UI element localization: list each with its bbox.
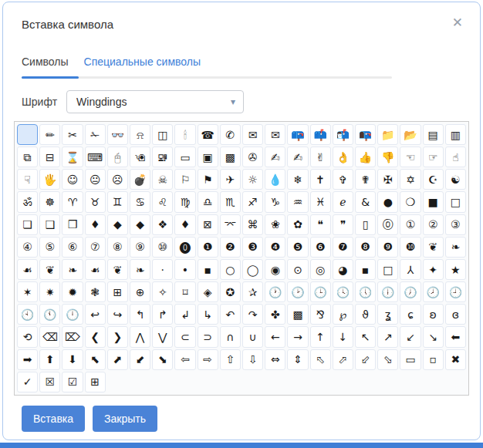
symbol-cell[interactable]: ✌ bbox=[310, 147, 331, 167]
symbol-cell[interactable]: ○ bbox=[220, 259, 241, 280]
symbol-cell[interactable]: • bbox=[174, 259, 195, 280]
symbol-cell[interactable]: ✉ bbox=[265, 124, 285, 145]
symbol-cell[interactable]: ▪ bbox=[198, 259, 218, 280]
symbol-cell[interactable]: □ bbox=[377, 259, 398, 280]
symbol-cell[interactable]: ❮ bbox=[85, 326, 106, 347]
symbol-cell[interactable]: ❺ bbox=[287, 237, 308, 258]
symbol-cell[interactable]: · bbox=[152, 259, 173, 280]
symbol-cell[interactable]: ✇ bbox=[242, 147, 263, 167]
symbol-cell[interactable]: ❿ bbox=[400, 237, 421, 258]
symbol-cell[interactable]: ✦ bbox=[423, 259, 444, 280]
symbol-cell[interactable]: ▣ bbox=[198, 147, 218, 167]
symbol-cell[interactable]: ✶ bbox=[17, 281, 38, 302]
symbol-cell[interactable]: ॐ bbox=[17, 191, 38, 212]
symbol-cell[interactable]: ✓ bbox=[17, 372, 38, 392]
symbol-cell[interactable]: ☺ bbox=[62, 169, 83, 190]
symbol-cell[interactable]: ▭ bbox=[174, 147, 195, 167]
symbol-cell[interactable]: ⌘ bbox=[242, 214, 263, 235]
symbol-cell[interactable]: 🕛 bbox=[62, 304, 83, 325]
symbol-cell[interactable]: ◫ bbox=[152, 124, 173, 145]
symbol-cell[interactable]: ❝ bbox=[310, 214, 331, 235]
symbol-cell[interactable]: ☸ bbox=[39, 191, 60, 212]
symbol-cell[interactable]: ☙ bbox=[85, 259, 106, 280]
symbol-cell[interactable]: ✪ bbox=[220, 281, 241, 302]
symbol-cell[interactable]: ⧉ bbox=[17, 147, 38, 167]
symbol-cell[interactable]: ↘ bbox=[423, 326, 444, 347]
symbol-cell[interactable]: ⊃ bbox=[198, 326, 218, 347]
symbol-cell[interactable]: ✡ bbox=[400, 169, 421, 190]
symbol-cell[interactable]: ↑ bbox=[310, 326, 331, 347]
symbol-cell[interactable]: ♉ bbox=[85, 191, 106, 212]
symbol-cell[interactable]: □ bbox=[445, 191, 466, 212]
symbol-cell[interactable]: → bbox=[287, 326, 308, 347]
symbol-cell[interactable]: ☪ bbox=[423, 169, 444, 190]
symbol-cell[interactable]: 👌 bbox=[333, 147, 353, 167]
symbol-cell[interactable]: ③ bbox=[445, 214, 466, 235]
symbol-cell[interactable]: ♑ bbox=[265, 191, 285, 212]
symbol-cell[interactable]: ⑥ bbox=[62, 237, 83, 258]
symbol-cell[interactable]: ④ bbox=[17, 237, 38, 258]
symbol-cell[interactable]: ⅄ bbox=[400, 259, 421, 280]
symbol-cell[interactable]: ɞ bbox=[445, 304, 466, 325]
symbol-cell[interactable]: ⇔ bbox=[265, 349, 285, 370]
symbol-cell[interactable]: ② bbox=[423, 214, 444, 235]
symbol-cell[interactable]: 🕔 bbox=[355, 281, 376, 302]
symbol-cell[interactable]: ⇧ bbox=[220, 349, 241, 370]
symbol-cell[interactable]: 📫 bbox=[310, 124, 331, 145]
symbol-cell[interactable]: ❼ bbox=[333, 237, 353, 258]
symbol-cell[interactable]: 🖐 bbox=[39, 169, 60, 190]
symbol-cell[interactable]: ↳ bbox=[198, 304, 218, 325]
symbol-cell[interactable]: ✏ bbox=[39, 124, 60, 145]
symbol-cell[interactable]: ⇕ bbox=[287, 349, 308, 370]
symbol-cell[interactable]: ♏ bbox=[220, 191, 241, 212]
symbol-cell[interactable]: ⊙ bbox=[287, 259, 308, 280]
symbol-cell[interactable]: ♌ bbox=[152, 191, 173, 212]
symbol-cell[interactable]: ❧ bbox=[62, 259, 83, 280]
symbol-cell[interactable]: ʓ bbox=[377, 304, 398, 325]
symbol-cell[interactable]: ☎ bbox=[198, 124, 218, 145]
symbol-cell[interactable]: ➡ bbox=[17, 349, 38, 370]
symbol-cell[interactable]: ⋀ bbox=[130, 326, 150, 347]
symbol-cell[interactable]: ↲ bbox=[174, 304, 195, 325]
symbol-cell[interactable]: ⬉ bbox=[85, 349, 106, 370]
symbol-cell[interactable]: ✈ bbox=[220, 169, 241, 190]
symbol-cell[interactable]: ❦ bbox=[39, 259, 60, 280]
symbol-cell[interactable]: ✉ bbox=[242, 124, 263, 145]
symbol-cell[interactable]: ⌤ bbox=[220, 214, 241, 235]
symbol-cell[interactable]: ⍾ bbox=[130, 124, 150, 145]
symbol-cell[interactable]: 🕙 bbox=[17, 304, 38, 325]
symbol-cell[interactable]: ✍ bbox=[265, 147, 285, 167]
symbol-cell[interactable]: ▩ bbox=[220, 147, 241, 167]
symbol-cell[interactable]: ❾ bbox=[377, 237, 398, 258]
symbol-cell[interactable]: 🕑 bbox=[287, 281, 308, 302]
symbol-cell[interactable]: ❻ bbox=[310, 237, 331, 258]
symbol-cell[interactable]: ✧ bbox=[152, 281, 173, 302]
symbol-cell[interactable]: 🕒 bbox=[310, 281, 331, 302]
symbol-cell[interactable]: ↪ bbox=[107, 304, 128, 325]
symbol-cell[interactable]: ♎ bbox=[198, 191, 218, 212]
symbol-cell[interactable]: ☙ bbox=[17, 259, 38, 280]
symbol-cell[interactable]: ☼ bbox=[242, 169, 263, 190]
symbol-cell[interactable]: ❶ bbox=[198, 237, 218, 258]
symbol-cell[interactable]: ⊂ bbox=[174, 326, 195, 347]
symbol-cell[interactable]: ✠ bbox=[377, 169, 398, 190]
symbol-cell[interactable]: ⓿ bbox=[174, 237, 195, 258]
font-select[interactable]: Wingdings ▾ bbox=[66, 90, 244, 113]
symbol-cell[interactable]: ↱ bbox=[152, 304, 173, 325]
symbol-cell[interactable]: ❒ bbox=[62, 214, 83, 235]
symbol-cell[interactable]: 🖰 bbox=[107, 147, 128, 167]
symbol-cell[interactable]: ⑧ bbox=[107, 237, 128, 258]
symbol-cell[interactable]: ⌑ bbox=[174, 281, 195, 302]
symbol-cell[interactable]: ⌨ bbox=[85, 147, 106, 167]
symbol-cell[interactable]: 🕯 bbox=[174, 124, 195, 145]
symbol-cell[interactable]: ⬈ bbox=[107, 349, 128, 370]
symbol-cell[interactable]: ⇩ bbox=[242, 349, 263, 370]
symbol-cell[interactable]: ✁ bbox=[85, 124, 106, 145]
symbol-cell[interactable]: ❄ bbox=[287, 169, 308, 190]
symbol-cell[interactable]: ❀ bbox=[265, 214, 285, 235]
symbol-cell[interactable]: ♦ bbox=[85, 214, 106, 235]
symbol-cell[interactable]: ▩ bbox=[287, 304, 308, 325]
symbol-cell[interactable]: ❧ bbox=[130, 259, 150, 280]
symbol-cell[interactable]: ⊠ bbox=[198, 214, 218, 235]
symbol-cell[interactable]: ◕ bbox=[333, 259, 353, 280]
